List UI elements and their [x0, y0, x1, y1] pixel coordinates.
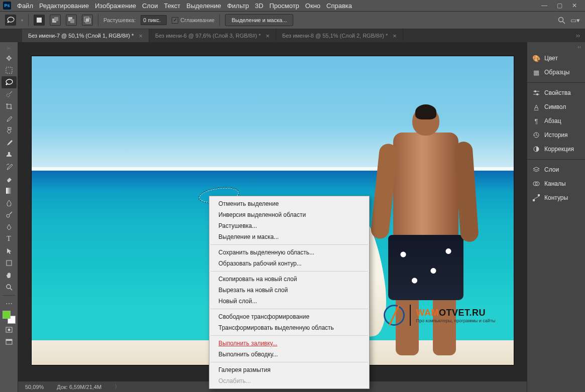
ctx-deselect[interactable]: Отменить выделение — [209, 198, 369, 209]
toolbar-expand-icon[interactable]: ›› — [2, 45, 17, 51]
panel-history[interactable]: История — [527, 128, 585, 142]
eraser-tool[interactable] — [2, 173, 17, 185]
ctx-new-layer[interactable]: Новый слой... — [209, 296, 369, 307]
ctx-feather[interactable]: Растушевка... — [209, 220, 369, 231]
tab-doc-2[interactable]: Без имени-6 @ 97,6% (Слой 3, RGB/8#) * × — [149, 29, 276, 42]
crop-tool[interactable] — [2, 100, 17, 112]
lasso-tool[interactable] — [2, 76, 17, 88]
ctx-free-transform[interactable]: Свободное трансформирование — [209, 311, 369, 322]
chevron-right-icon[interactable]: 〉 — [114, 383, 120, 390]
heal-tool[interactable] — [2, 124, 17, 137]
close-icon[interactable]: × — [393, 32, 397, 40]
dodge-tool[interactable] — [2, 209, 17, 221]
svg-point-23 — [534, 90, 536, 92]
panel-layers[interactable]: Слои — [527, 163, 585, 177]
menu-file[interactable]: Файл — [17, 2, 33, 10]
history-brush-tool[interactable] — [2, 161, 17, 173]
ctx-stroke[interactable]: Выполнить обводку... — [209, 349, 369, 360]
svg-rect-1 — [54, 17, 58, 21]
edit-toolbar-icon[interactable]: ⋯ — [2, 298, 17, 310]
menu-text[interactable]: Текст — [164, 2, 181, 10]
ctx-inverse[interactable]: Инверсия выделенной области — [209, 209, 369, 220]
panel-properties[interactable]: Свойства — [527, 86, 585, 100]
ctx-layer-via-copy[interactable]: Скопировать на новый слой — [209, 274, 369, 285]
window-close-button[interactable]: ✕ — [567, 0, 582, 11]
panel-adjustments[interactable]: Коррекция — [527, 142, 585, 156]
menu-edit[interactable]: Редактирование — [39, 2, 89, 10]
ctx-transform-selection[interactable]: Трансформировать выделенную область — [209, 322, 369, 333]
shape-tool[interactable] — [2, 257, 17, 269]
panel-channels[interactable]: Каналы — [527, 177, 585, 191]
close-icon[interactable]: × — [266, 32, 270, 40]
feather-input[interactable] — [141, 15, 167, 25]
quick-mask-icon[interactable] — [2, 324, 17, 336]
selection-add-icon[interactable] — [50, 15, 61, 26]
color-swatches[interactable] — [3, 311, 16, 324]
type-tool[interactable]: T — [2, 233, 17, 245]
menu-select[interactable]: Выделение — [186, 2, 221, 10]
marquee-tool[interactable] — [2, 64, 17, 76]
selection-new-icon[interactable] — [34, 15, 45, 26]
menu-help[interactable]: Справка — [326, 2, 352, 10]
ctx-fill[interactable]: Выполнить заливку... — [209, 338, 369, 349]
stamp-tool[interactable] — [2, 149, 17, 161]
pen-tool[interactable] — [2, 221, 17, 233]
panel-character[interactable]: AСимвол — [527, 100, 585, 114]
tab-doc-3[interactable]: Без имени-8 @ 55,1% (Слой 2, RGB/8#) * × — [276, 29, 403, 42]
doc-size[interactable]: Док: 6,59M/21,4M — [57, 384, 101, 390]
panel-color[interactable]: 🎨Цвет — [527, 51, 585, 65]
window-maximize-button[interactable]: ▢ — [552, 0, 567, 11]
channels-icon — [532, 181, 540, 187]
select-and-mask-button[interactable]: Выделение и маска... — [225, 14, 293, 26]
menu-layers[interactable]: Слои — [142, 2, 158, 10]
menu-3d[interactable]: 3D — [255, 2, 264, 10]
selection-subtract-icon[interactable] — [66, 15, 77, 26]
menu-filter[interactable]: Фильтр — [227, 2, 249, 10]
app-window: Ps Файл Редактирование Изображение Слои … — [0, 0, 585, 392]
path-select-tool[interactable] — [2, 245, 17, 257]
menu-view[interactable]: Просмотр — [269, 2, 299, 10]
screen-mode-icon[interactable] — [2, 336, 17, 348]
panel-swatches[interactable]: ▦Образцы — [527, 65, 585, 79]
panel-paths[interactable]: Контуры — [527, 191, 585, 205]
close-icon[interactable]: × — [139, 32, 143, 40]
antialias-checkbox[interactable]: ✓ Сглаживание — [172, 17, 214, 24]
swatch-icon: ▦ — [532, 69, 540, 76]
zoom-tool[interactable] — [2, 281, 17, 293]
move-tool[interactable]: ✥ — [2, 52, 17, 64]
window-minimize-button[interactable]: — — [537, 0, 552, 11]
tab-doc-1[interactable]: Без имени-7 @ 50,1% (Слой 1, RGB/8#) * × — [22, 29, 149, 42]
gradient-tool[interactable] — [2, 185, 17, 197]
menu-window[interactable]: Окно — [305, 2, 320, 10]
ctx-make-path[interactable]: Образовать рабочий контур... — [209, 258, 369, 269]
ctx-select-mask[interactable]: Выделение и маска... — [209, 231, 369, 242]
svg-rect-29 — [538, 194, 540, 196]
search-icon[interactable] — [558, 17, 565, 24]
current-tool-lasso-icon[interactable] — [5, 15, 16, 26]
right-panels: ‹‹ 🎨Цвет ▦Образцы Свойства AСимвол ¶Абза… — [527, 42, 585, 392]
ctx-layer-via-cut[interactable]: Вырезать на новый слой — [209, 285, 369, 296]
history-icon — [532, 132, 540, 139]
workspace-icon[interactable]: ▭▾ — [570, 17, 580, 24]
char-icon: A — [532, 103, 540, 111]
foreground-color-icon[interactable] — [3, 311, 11, 319]
svg-point-24 — [536, 93, 538, 95]
adjust-icon — [532, 146, 540, 153]
ctx-save-selection[interactable]: Сохранить выделенную область... — [209, 247, 369, 258]
brush-tool[interactable] — [2, 137, 17, 149]
menu-image[interactable]: Изображение — [95, 2, 136, 10]
svg-rect-28 — [533, 199, 535, 201]
watermark-logo-icon — [384, 305, 405, 326]
blur-tool[interactable] — [2, 197, 17, 209]
panel-paragraph[interactable]: ¶Абзац — [527, 114, 585, 128]
tab-label: Без имени-7 @ 50,1% (Слой 1, RGB/8#) * — [28, 33, 134, 39]
hand-tool[interactable] — [2, 269, 17, 281]
zoom-level[interactable]: 50,09% — [25, 384, 44, 390]
eyedropper-tool[interactable] — [2, 112, 17, 124]
panels-collapse-icon[interactable]: ›› — [571, 32, 585, 39]
para-icon: ¶ — [532, 117, 540, 125]
selection-intersect-icon[interactable] — [82, 15, 93, 26]
ctx-blur-gallery[interactable]: Галерея размытия — [209, 364, 369, 375]
quick-select-tool[interactable] — [2, 88, 17, 100]
panels-collapse-icon[interactable]: ‹‹ — [527, 42, 585, 51]
